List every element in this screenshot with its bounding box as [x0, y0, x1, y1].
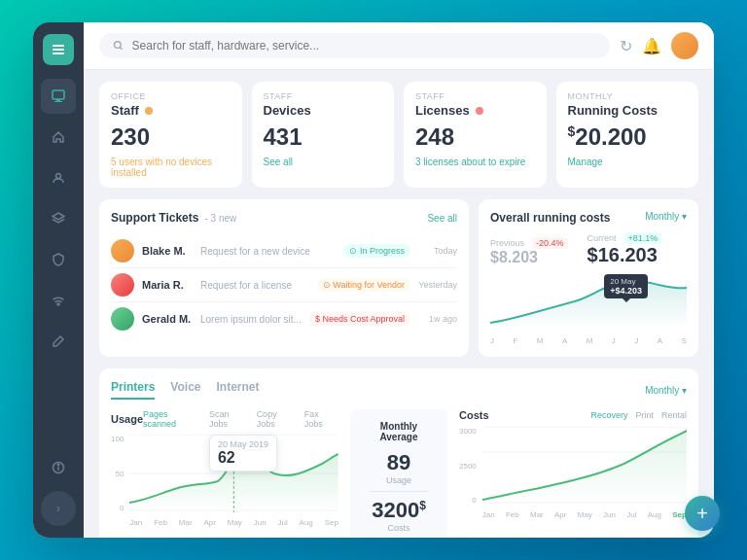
stat-link-costs[interactable]: Manage: [568, 157, 688, 167]
costs-chart-labels: J F M A M J J A S: [490, 336, 687, 345]
sidebar-logo[interactable]: [43, 34, 74, 65]
ticket-desc-1: Request for a license: [200, 280, 309, 291]
costs-x-labels: Jan Feb Mar Apr May Jun Jul Aug Sep: [482, 510, 687, 519]
search-bar[interactable]: [99, 33, 610, 58]
stat-card-costs: MONTHLY Running Costs $20.200 Manage: [556, 82, 699, 188]
ticket-name-2: Gerald M.: [142, 313, 193, 325]
svg-rect-2: [53, 52, 64, 54]
monthly-avg-card: Monthly Average 89 Usage 3200$ Costs: [350, 409, 447, 538]
tab-period-selector[interactable]: Monthly ▾: [645, 385, 687, 396]
costs-values: Previous -20.4% $8.203 Current +81.1% $1…: [490, 232, 687, 266]
header-icons: ↻ 🔔: [620, 32, 698, 59]
sidebar-icon-layers[interactable]: [41, 201, 76, 236]
costs-subtab-rental[interactable]: Rental: [661, 410, 687, 420]
ticket-row-0: Blake M. Request for a new device ⊙ In P…: [111, 234, 457, 268]
support-see-all[interactable]: See all: [427, 213, 457, 224]
stat-title-costs: Running Costs: [568, 103, 688, 118]
usage-subtab-fax[interactable]: Fax Jobs: [304, 409, 338, 429]
usage-subtab-scan[interactable]: Scan Jobs: [209, 409, 249, 429]
costs-subtab-print[interactable]: Print: [635, 410, 654, 420]
stat-value-licenses: 248: [415, 123, 535, 151]
costs-curr-amount: $16.203: [587, 244, 662, 266]
svg-point-11: [114, 42, 121, 49]
sidebar-icon-shield[interactable]: [41, 242, 76, 277]
usage-subtab-copy[interactable]: Copy Jobs: [257, 409, 297, 429]
costs-chart-inner: Jan Feb Mar Apr May Jun Jul Aug Sep: [482, 427, 687, 519]
svg-point-6: [56, 174, 61, 179]
ticket-name-0: Blake M.: [142, 245, 193, 257]
ticket-desc-2: Lorem ipsum dolor sit...: [200, 314, 302, 325]
tab-printers[interactable]: Printers: [111, 380, 155, 400]
sidebar-icon-home[interactable]: [41, 120, 76, 155]
stat-link-licenses[interactable]: 3 licenses about to expire: [415, 157, 535, 167]
costs-sub-tabs: Recovery Print Rental: [590, 410, 687, 420]
costs-current: Current +81.1% $16.203: [587, 232, 662, 266]
stat-link-devices[interactable]: See all: [264, 157, 383, 167]
svg-rect-1: [53, 49, 64, 51]
search-input[interactable]: [132, 39, 596, 52]
stat-value-costs: $20.200: [568, 123, 688, 151]
ticket-avatar-2: [111, 307, 134, 331]
costs-chart-section: Costs Recovery Print Rental 3000 2500: [459, 409, 687, 538]
bell-icon[interactable]: 🔔: [642, 37, 661, 55]
sidebar-icon-wifi[interactable]: [41, 283, 76, 318]
ticket-status-2: $ Needs Cost Approval: [309, 312, 410, 326]
usage-x-labels: Jan Feb Mar Apr May Jun Jul Aug Sep: [129, 518, 338, 527]
stat-value-devices: 431: [264, 123, 383, 151]
sidebar-expand-button[interactable]: ›: [41, 491, 76, 526]
usage-chart-title: Usage: [111, 413, 143, 425]
stat-link-staff[interactable]: 5 users with no devices installed: [111, 157, 231, 178]
costs-chart-with-axis: 3000 2500 0: [459, 427, 687, 519]
sidebar-icon-user[interactable]: [41, 160, 76, 195]
ticket-avatar-1: [111, 273, 134, 297]
monthly-selector[interactable]: Monthly ▾: [645, 211, 687, 222]
svg-line-12: [120, 47, 122, 49]
tab-internet[interactable]: Internet: [216, 380, 259, 400]
svg-rect-5: [54, 101, 62, 102]
costs-prev-header: Previous -20.4%: [490, 237, 568, 249]
search-icon: [113, 40, 124, 52]
avg-divider: [370, 491, 428, 492]
support-tickets-card: Support Tickets - 3 new See all Blake M.…: [99, 199, 469, 357]
middle-row: Support Tickets - 3 new See all Blake M.…: [99, 199, 698, 357]
stat-cards: OFFICE Staff 230 5 users with no devices…: [99, 82, 698, 188]
dashboard: OFFICE Staff 230 5 users with no devices…: [84, 70, 714, 538]
costs-chart-area: 20 May +$4.203: [490, 274, 687, 332]
sidebar-icon-edit[interactable]: [41, 324, 76, 359]
tabs-list: Printers Voice Internet: [111, 380, 260, 400]
svg-rect-0: [53, 45, 64, 47]
costs-y-axis: 3000 2500 0: [459, 427, 477, 505]
ticket-avatar-0: [111, 239, 134, 262]
running-costs-chart: [490, 274, 687, 328]
user-avatar[interactable]: [671, 32, 698, 59]
main-content: ↻ 🔔 OFFICE Staff 230 5 users with no dev…: [84, 22, 714, 538]
svg-rect-4: [56, 99, 60, 101]
stat-dot-staff: [145, 107, 153, 115]
ticket-time-0: Today: [418, 246, 457, 256]
stat-label-licenses: STAFF: [415, 91, 535, 101]
stat-card-licenses: STAFF Licenses 248 3 licenses about to e…: [404, 82, 547, 188]
fab-button[interactable]: +: [685, 496, 720, 531]
stat-card-devices: STAFF Devices 431 See all: [252, 82, 395, 188]
sidebar-icon-monitor[interactable]: [41, 79, 76, 114]
refresh-icon[interactable]: ↻: [620, 37, 632, 55]
charts-row: Usage Pages scanned Scan Jobs Copy Jobs …: [111, 409, 687, 538]
sidebar: ›: [33, 22, 84, 538]
svg-point-7: [57, 303, 59, 305]
support-title-group: Support Tickets - 3 new: [111, 211, 236, 225]
costs-curr-change: +81.1%: [624, 232, 662, 244]
stat-title-licenses: Licenses: [415, 103, 535, 118]
ticket-time-2: 1w ago: [418, 314, 457, 324]
tab-voice[interactable]: Voice: [170, 380, 200, 400]
costs-curr-header: Current +81.1%: [587, 232, 662, 244]
ticket-row-2: Gerald M. Lorem ipsum dolor sit... $ Nee…: [111, 302, 457, 335]
avg-title: Monthly Average: [362, 421, 436, 442]
costs-title: Overall running costs: [490, 211, 610, 225]
ticket-row-1: Maria R. Request for a license ⊙ Waiting…: [111, 268, 457, 302]
usage-subtab-pages[interactable]: Pages scanned: [143, 409, 201, 429]
support-header: Support Tickets - 3 new See all: [111, 211, 457, 225]
sidebar-icon-info[interactable]: [41, 450, 76, 485]
stat-title-staff: Staff: [111, 103, 231, 118]
costs-subtab-recovery[interactable]: Recovery: [590, 410, 627, 420]
costs-top: Overall running costs Monthly ▾: [490, 211, 687, 225]
